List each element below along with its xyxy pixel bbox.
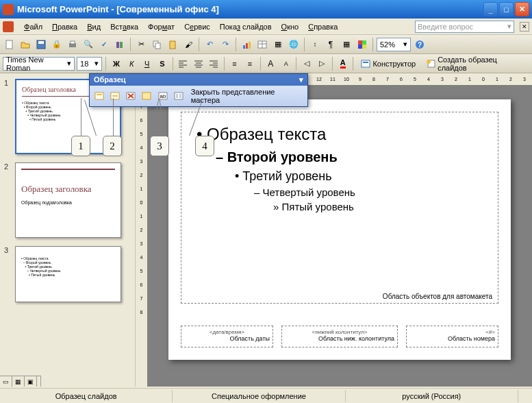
close-button[interactable]: ✕ xyxy=(515,2,529,16)
slide-thumbnail[interactable]: • Образец текста – Второй уровень • Трет… xyxy=(15,246,121,302)
underline-icon[interactable]: Ч xyxy=(140,57,153,71)
close-master-view-button[interactable]: Закрыть представление мастера xyxy=(188,88,305,104)
new-slide-master-button[interactable]: Создать образец слайдов xyxy=(422,57,529,71)
svg-rect-17 xyxy=(362,40,366,45)
svg-rect-12 xyxy=(249,42,251,49)
menu-help[interactable]: Справка xyxy=(303,21,342,33)
date-placeholder[interactable]: <дата/время> Область даты xyxy=(181,326,273,347)
font-size-select[interactable]: 18▾ xyxy=(77,57,102,71)
align-center-icon[interactable] xyxy=(192,57,205,71)
footer-placeholder[interactable]: <нижний колонтитул> Область ниж. колонти… xyxy=(281,326,398,347)
increase-indent-icon[interactable]: ▷ xyxy=(316,57,329,71)
bold-icon[interactable]: Ж xyxy=(110,57,123,71)
svg-rect-50 xyxy=(179,94,181,98)
permission-icon[interactable]: 🔒 xyxy=(50,38,64,51)
expand-all-icon[interactable]: ↕ xyxy=(308,38,322,51)
font-select[interactable]: Times New Roman▾ xyxy=(3,57,75,71)
cut-icon[interactable]: ✂ xyxy=(134,38,148,51)
new-icon[interactable] xyxy=(3,38,16,51)
color-grayscale-icon[interactable] xyxy=(355,38,369,51)
svg-rect-19 xyxy=(362,45,366,49)
vertical-ruler[interactable]: 87654321012345678 xyxy=(136,86,148,387)
svg-rect-34 xyxy=(362,60,370,67)
app-menu-icon[interactable] xyxy=(3,21,14,32)
sorter-view-icon[interactable]: ▦ xyxy=(12,376,25,387)
delete-master-icon[interactable] xyxy=(125,89,138,103)
svg-rect-35 xyxy=(363,62,368,63)
formatting-toolbar: Times New Roman▾ 18▾ Ж К Ч S ≡ ≡ A A ◁ ▷… xyxy=(0,54,532,73)
decrease-font-icon[interactable]: A xyxy=(279,57,292,71)
open-icon[interactable] xyxy=(18,38,32,51)
master-layout-icon[interactable] xyxy=(172,89,185,103)
number-placeholder[interactable]: <#> Область номера xyxy=(406,326,498,347)
standard-toolbar: 🔒 🔍 ✓ ✂ 🖌 ↶ ↷ ▦ 🌐 ↕ ¶ ▦ 52%▾ ? xyxy=(0,35,532,54)
menu-file[interactable]: Файл xyxy=(19,21,47,33)
slideshow-view-icon[interactable]: ▣ xyxy=(25,376,37,387)
redo-icon[interactable]: ↷ xyxy=(218,38,232,51)
view-buttons: ▭ ▦ ▣ xyxy=(0,376,41,387)
text-placeholder[interactable]: • Образец текста – Второй уровень • Трет… xyxy=(181,112,498,304)
insert-hyperlink-icon[interactable]: 🌐 xyxy=(287,38,301,51)
slide-canvas[interactable]: • Образец текста – Второй уровень • Трет… xyxy=(168,99,511,360)
show-formatting-icon[interactable]: ¶ xyxy=(324,38,338,51)
tables-borders-icon[interactable]: ▦ xyxy=(271,38,285,51)
window-title: Microsoft PowerPoint - [Современный офис… xyxy=(17,4,483,14)
font-color-icon[interactable]: A xyxy=(336,57,349,71)
italic-icon[interactable]: К xyxy=(125,57,138,71)
research-icon[interactable] xyxy=(113,38,127,51)
save-icon[interactable] xyxy=(34,38,48,51)
normal-view-icon[interactable]: ▭ xyxy=(0,376,12,387)
status-language: русский (Россия) xyxy=(346,390,518,402)
callout-4: 4 xyxy=(195,136,214,156)
float-toolbar-dropdown-icon[interactable]: ▾ xyxy=(299,75,303,84)
menu-slideshow[interactable]: Показ слайдов xyxy=(215,21,277,33)
menu-insert[interactable]: Вставка xyxy=(105,21,143,33)
paste-icon[interactable] xyxy=(166,38,179,51)
preserve-master-icon[interactable] xyxy=(140,89,153,103)
callout-1: 1 xyxy=(71,136,90,156)
object-area-label: Область объектов для автомакета xyxy=(383,293,492,300)
menu-view[interactable]: Вид xyxy=(82,21,105,33)
thumbnail-number: 1 xyxy=(4,79,11,154)
insert-title-master-icon[interactable] xyxy=(108,89,121,103)
preview-icon[interactable]: 🔍 xyxy=(81,38,95,51)
insert-chart-icon[interactable] xyxy=(240,38,253,51)
help-icon[interactable]: ? xyxy=(413,38,427,51)
spellcheck-icon[interactable]: ✓ xyxy=(97,38,111,51)
svg-rect-4 xyxy=(71,41,75,44)
slide-thumbnail[interactable]: Образец заголовка Образец подзаголовка xyxy=(15,162,121,238)
align-right-icon[interactable] xyxy=(207,57,220,71)
minimize-button[interactable]: _ xyxy=(483,2,498,16)
copy-icon[interactable] xyxy=(150,38,164,51)
float-toolbar-title: Образец xyxy=(94,75,126,84)
menu-format[interactable]: Формат xyxy=(143,21,179,33)
increase-font-icon[interactable]: A xyxy=(264,57,277,71)
print-icon[interactable] xyxy=(66,38,79,51)
doc-close-button[interactable]: ✕ xyxy=(520,22,529,32)
numbering-icon[interactable]: ≡ xyxy=(228,57,241,71)
insert-table-icon[interactable] xyxy=(255,38,269,51)
undo-icon[interactable]: ↶ xyxy=(203,38,216,51)
menu-edit[interactable]: Правка xyxy=(47,21,82,33)
format-painter-icon[interactable]: 🖌 xyxy=(181,38,195,51)
decrease-indent-icon[interactable]: ◁ xyxy=(300,57,313,71)
svg-rect-6 xyxy=(120,42,123,48)
bullets-icon[interactable]: ≡ xyxy=(243,57,256,71)
design-button[interactable]: Конструктор xyxy=(357,57,420,71)
thumbnail-number: 3 xyxy=(4,246,11,302)
zoom-select[interactable]: 52%▾ xyxy=(377,38,411,51)
svg-text:ab: ab xyxy=(160,93,166,99)
insert-slide-master-icon[interactable] xyxy=(92,89,105,103)
menu-window[interactable]: Окно xyxy=(277,21,304,33)
svg-rect-18 xyxy=(358,45,362,49)
master-floating-toolbar[interactable]: Образец ▾ ab Закрыть представление масте… xyxy=(89,73,308,107)
align-left-icon[interactable] xyxy=(177,57,190,71)
shadow-icon[interactable]: S xyxy=(155,57,168,71)
slide-thumbnails-panel: 1 Образец заголовка • Образец текста • В… xyxy=(0,73,136,387)
menu-tools[interactable]: Сервис xyxy=(179,21,215,33)
help-search-input[interactable]: Введите вопрос▾ xyxy=(415,21,514,33)
thumbnail-number: 2 xyxy=(4,162,11,238)
title-bar: Microsoft PowerPoint - [Современный офис… xyxy=(0,0,532,19)
show-grid-icon[interactable]: ▦ xyxy=(340,38,353,51)
maximize-button[interactable]: □ xyxy=(499,2,514,16)
